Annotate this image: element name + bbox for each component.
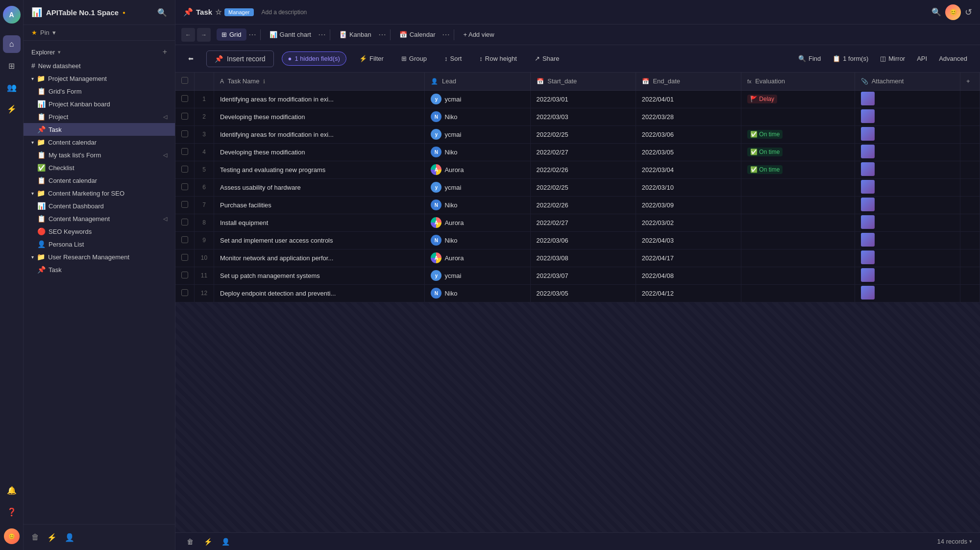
sidebar-item-content-dashboard[interactable]: 📊 Content Dashboard (24, 200, 175, 212)
task-name-cell[interactable]: Install equipment (214, 214, 425, 231)
row-checkbox[interactable] (181, 166, 188, 173)
row-checkbox[interactable] (181, 272, 188, 278)
pin-chevron[interactable]: ▾ (52, 29, 56, 36)
records-dropdown-icon[interactable]: ▾ (969, 538, 972, 545)
sidebar-item-project-kanban[interactable]: 📊 Project Kanban board (24, 98, 175, 110)
search-icon[interactable]: 🔍 (157, 8, 167, 17)
sidebar-item-grids-form[interactable]: 📋 Grid's Form (24, 85, 175, 98)
table-row[interactable]: 10Monitor network and application perfor… (175, 249, 980, 267)
user-avatar-icon[interactable]: 😊 (4, 528, 20, 544)
row-checkbox[interactable] (181, 148, 188, 155)
calendar-view-btn[interactable]: 📅 Calendar (394, 28, 441, 41)
grid-nav-icon[interactable]: ⊞ (3, 57, 21, 75)
row-checkbox[interactable] (181, 95, 188, 102)
task-name-cell[interactable]: Identifying areas for modification in ex… (214, 125, 425, 143)
group-btn[interactable]: ⊞ Group (396, 52, 432, 65)
task-name-cell[interactable]: Set and implement user access controls (214, 231, 425, 249)
sidebar-item-content-marketing[interactable]: ▾ 📁 Content Marketing for SEO (24, 187, 175, 200)
sidebar-item-seo-keywords[interactable]: 🔴 SEO Keywords (24, 225, 175, 238)
add-item-icon[interactable]: + (163, 48, 167, 56)
row-checkbox[interactable] (181, 219, 188, 225)
row-checkbox[interactable] (181, 236, 188, 243)
gantt-more-icon[interactable]: ⋯ (318, 30, 326, 39)
row-checkbox[interactable] (181, 254, 188, 261)
table-row[interactable]: 1Identifying areas for modification in e… (175, 90, 980, 108)
insert-record-btn[interactable]: 📌 Insert record (206, 50, 274, 67)
forward-arrow[interactable]: → (197, 28, 211, 42)
sidebar-item-checklist[interactable]: ✅ Checklist (24, 161, 175, 174)
grid-view-btn[interactable]: ⊞ Grid (217, 28, 246, 41)
sidebar-item-new-datasheet[interactable]: # New datasheet (24, 59, 175, 72)
task-name-cell[interactable]: Set up patch management systems (214, 267, 425, 284)
table-row[interactable]: 12Deploy endpoint detection and preventi… (175, 284, 980, 302)
task-name-cell[interactable]: Developing these modification (214, 108, 425, 125)
row-checkbox[interactable] (181, 289, 188, 296)
sidebar-item-project-management[interactable]: ▾ 📁 Project Management (24, 72, 175, 85)
collapse-sidebar-btn[interactable]: ⬅ (183, 52, 198, 65)
explorer-chevron[interactable]: ▾ (58, 49, 61, 55)
row-checkbox[interactable] (181, 130, 188, 137)
table-row[interactable]: 9Set and implement user access controlsN… (175, 231, 980, 249)
gantt-view-btn[interactable]: 📊 Gantt chart (265, 28, 316, 41)
add-view-btn[interactable]: + Add view (458, 28, 499, 41)
th-end-date[interactable]: 📅 End_date (636, 73, 741, 90)
home-nav-icon[interactable]: ⌂ (3, 35, 21, 53)
delete-icon[interactable]: 🗑 (31, 533, 39, 542)
sidebar-item-content-management[interactable]: 📋 Content Management ◁ (24, 212, 175, 225)
row-checkbox[interactable] (181, 183, 188, 190)
calendar-more-icon[interactable]: ⋯ (442, 30, 450, 39)
grid-more-icon[interactable]: ⋯ (248, 30, 256, 39)
task-name-cell[interactable]: Monitor network and application perfor..… (214, 249, 425, 267)
user-bottom-icon[interactable]: 👤 (65, 533, 74, 542)
pin-label[interactable]: Pin (40, 29, 49, 36)
sidebar-item-content-calendar-group[interactable]: ▾ 📁 Content calendar (24, 136, 175, 149)
th-attachment[interactable]: 📎 Attachment (855, 73, 960, 90)
filter-bottom-icon-2[interactable]: ⚡ (201, 535, 215, 549)
table-row[interactable]: 3Identifying areas for modification in e… (175, 125, 980, 143)
th-add-column[interactable]: + (960, 73, 980, 90)
table-row[interactable]: 4Developing these modificationNNiko2022/… (175, 143, 980, 161)
sidebar-item-task[interactable]: 📌 Task (24, 123, 175, 136)
sidebar-item-persona-list[interactable]: 👤 Persona List (24, 238, 175, 250)
row-height-btn[interactable]: ↕ Row height (474, 52, 522, 65)
table-row[interactable]: 2Developing these modificationNNiko2022/… (175, 108, 980, 125)
sort-btn[interactable]: ↕ Sort (440, 52, 466, 65)
api-btn[interactable]: API (912, 52, 932, 65)
table-row[interactable]: 6Assess usability of hardwareyycmai2022/… (175, 178, 980, 196)
filter-btn[interactable]: ⚡ Filter (354, 52, 389, 65)
table-row[interactable]: 7Purchase facilitiesNNiko2022/02/262022/… (175, 196, 980, 214)
topbar-search-icon[interactable]: 🔍 (931, 7, 941, 17)
task-name-cell[interactable]: Testing and evaluating new programs (214, 161, 425, 178)
table-row[interactable]: 8Install equipmentAAurora2022/02/272022/… (175, 214, 980, 231)
task-name-cell[interactable]: Purchase facilities (214, 196, 425, 214)
task-name-cell[interactable]: Assess usability of hardware (214, 178, 425, 196)
table-row[interactable]: 5Testing and evaluating new programsAAur… (175, 161, 980, 178)
workspace-avatar[interactable]: A (3, 6, 21, 24)
sidebar-item-content-calendar[interactable]: 📋 Content calendar (24, 174, 175, 187)
notifications-nav-icon[interactable]: 🔔 (3, 481, 21, 499)
kanban-more-icon[interactable]: ⋯ (378, 30, 386, 39)
table-row[interactable]: 11Set up patch management systemsyycmai2… (175, 267, 980, 284)
delete-bottom-icon[interactable]: 🗑 (183, 535, 197, 549)
kanban-view-btn[interactable]: 🃏 Kanban (334, 28, 376, 41)
filter-bottom-icon[interactable]: ⚡ (47, 533, 57, 542)
sidebar-item-my-task-form[interactable]: 📋 My task list's Form ◁ (24, 149, 175, 161)
help-nav-icon[interactable]: ❓ (3, 503, 21, 521)
find-btn[interactable]: 🔍 Find (793, 52, 826, 65)
forms-btn[interactable]: 📋 1 form(s) (828, 52, 873, 65)
task-name-cell[interactable]: Developing these modification (214, 143, 425, 161)
share-btn[interactable]: ↗ Share (530, 52, 564, 65)
row-checkbox[interactable] (181, 113, 188, 120)
sidebar-item-user-research[interactable]: ▾ 📁 User Research Management (24, 250, 175, 263)
mirror-btn[interactable]: ◫ Mirror (875, 52, 910, 65)
row-checkbox[interactable] (181, 201, 188, 208)
header-checkbox[interactable] (181, 77, 188, 84)
user-bottom-icon-2[interactable]: 👤 (219, 535, 232, 549)
th-lead[interactable]: 👤 Lead (425, 73, 530, 90)
back-arrow[interactable]: ← (181, 28, 195, 42)
automation-nav-icon[interactable]: ⚡ (3, 100, 21, 118)
hidden-fields-btn[interactable]: ● 1 hidden field(s) (282, 51, 346, 66)
star-icon[interactable]: ☆ (215, 8, 221, 17)
sidebar-item-project[interactable]: 📋 Project ◁ (24, 110, 175, 123)
th-evaluation[interactable]: fx Evaluation (741, 73, 855, 90)
